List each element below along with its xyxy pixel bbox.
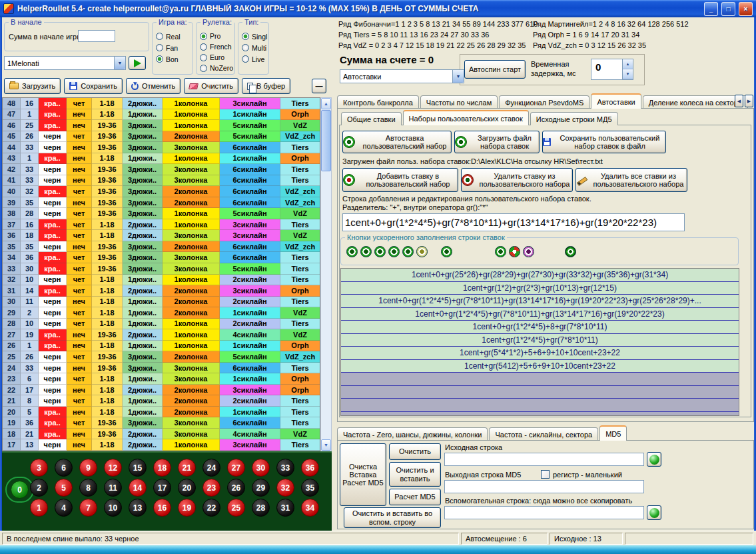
- folder-open-button[interactable]: Загрузить: [4, 78, 61, 94]
- play-button[interactable]: [129, 56, 146, 70]
- main-tab-3[interactable]: Автоставки: [591, 93, 641, 109]
- board-number-10[interactable]: 10: [104, 499, 122, 517]
- md5-clear-button[interactable]: Очистить: [389, 443, 441, 460]
- table-row[interactable]: 3828чернчет19-363дюжи..1колонка5сиклайнV…: [3, 208, 320, 219]
- scroll-up-button[interactable]: [321, 98, 331, 109]
- md5-clear-paste-button[interactable]: Очистить и вставить: [389, 462, 441, 487]
- chip-green-button[interactable]: [441, 246, 452, 257]
- table-row[interactable]: 1936кра..чет19-363дюжи..3колонка6сиклайн…: [3, 417, 320, 429]
- main-tab-1[interactable]: Частоты по числам: [420, 95, 498, 109]
- table-row[interactable]: 3618кра..чет1-182дюжи..3колонка3сиклайнV…: [3, 230, 320, 241]
- eraser-button[interactable]: Очистить: [184, 78, 238, 94]
- md5-big-button[interactable]: Очистка Вставка Расчет MD5: [340, 443, 386, 506]
- spinner-down-button[interactable]: [623, 69, 633, 79]
- chip-green-button[interactable]: [374, 246, 386, 257]
- tabs-scroll-left-button[interactable]: [735, 95, 743, 107]
- set-tab-1[interactable]: Наборы пользовательских ставок: [403, 110, 529, 125]
- board-number-26[interactable]: 26: [227, 479, 245, 497]
- bet-list-item[interactable]: 1cent+gr(1*2)+gr(2*3)+gr(10*13)+gr(12*15…: [341, 282, 739, 295]
- minimize-button[interactable]: _: [704, 2, 718, 16]
- board-number-34[interactable]: 34: [301, 499, 319, 517]
- chip-green-button[interactable]: [495, 246, 506, 257]
- save-set-file-button[interactable]: Сохранить пользовательский набор ставок …: [542, 131, 666, 153]
- freq-tab-1[interactable]: Частота - сиклайны, сектора: [489, 427, 598, 441]
- table-row[interactable]: 292чернчет1-181дюжи..2колонка1сиклайнVdZ: [3, 307, 320, 319]
- freq-tab-2[interactable]: MD5: [599, 425, 627, 441]
- board-number-30[interactable]: 30: [252, 459, 270, 477]
- board-number-33[interactable]: 33: [276, 459, 294, 477]
- board-number-16[interactable]: 16: [153, 499, 171, 517]
- bet-string-input[interactable]: [342, 213, 685, 231]
- board-number-25[interactable]: 25: [227, 499, 245, 517]
- load-set-file-button[interactable]: Загрузить файл набора ставок: [454, 131, 540, 153]
- table-row[interactable]: 1821кра..неч19-362дюжи..3колонка4сиклайн…: [3, 429, 320, 440]
- bet-list-item[interactable]: 1cent+gr(5412)+5+6+9+10+10cent+23+22: [341, 360, 739, 373]
- board-number-35[interactable]: 35: [301, 479, 319, 497]
- radio-live[interactable]: Live: [242, 54, 266, 64]
- board-number-9[interactable]: 9: [79, 459, 97, 477]
- radio-fan[interactable]: Fan: [156, 43, 190, 53]
- floppy-button[interactable]: Сохранить: [64, 78, 123, 94]
- radio-nozero[interactable]: NoZero: [200, 63, 232, 73]
- chip-green-button[interactable]: [346, 246, 358, 257]
- board-number-13[interactable]: 13: [129, 499, 147, 517]
- board-number-28[interactable]: 28: [252, 499, 270, 517]
- table-row[interactable]: 205кра..неч1-181дюжи..2колонка1сиклайнTi…: [3, 407, 320, 418]
- radio-pro[interactable]: Pro: [200, 31, 232, 41]
- spinner-up-button[interactable]: [623, 59, 633, 69]
- table-row[interactable]: 2433черннеч19-363дюжи..3колонка6сиклайнT…: [3, 363, 320, 374]
- board-number-20[interactable]: 20: [178, 479, 196, 497]
- autobet-user-set-button[interactable]: Автоставка пользовательский набор: [342, 131, 452, 153]
- table-row[interactable]: 4526чернчет19-363дюжи..2колонка5сиклайнV…: [3, 131, 320, 143]
- scroll-down-button[interactable]: [321, 439, 331, 451]
- tabs-scroll-right-button[interactable]: [745, 95, 753, 107]
- table-row[interactable]: 236чернчет1-181дюжи..3колонка1сиклайнOrp…: [3, 373, 320, 385]
- table-row[interactable]: 2719кра..неч19-362дюжи..1колонка4сиклайн…: [3, 329, 320, 341]
- clipboard-button[interactable]: В буфер: [242, 78, 290, 94]
- table-row[interactable]: 4133черннеч19-363дюжи..3колонка6сиклайнT…: [3, 175, 320, 187]
- radio-bon[interactable]: Bon: [156, 54, 190, 64]
- delay-value[interactable]: 0: [591, 59, 622, 79]
- md5-clear-paste-helper-button[interactable]: Очистить и вставить во вспом. строку: [344, 507, 441, 528]
- chip-green-button[interactable]: [388, 246, 400, 257]
- table-row[interactable]: 3330кра..чет19-363дюжи..3колонка5сиклайн…: [3, 263, 320, 275]
- close-button[interactable]: ×: [739, 2, 753, 16]
- start-sum-input[interactable]: [78, 30, 115, 42]
- remove-bet-button[interactable]: Удалить ставку из пользовательского набо…: [461, 168, 573, 192]
- table-row[interactable]: 261кра..неч1-181дюжи..1колонка1сиклайнOr…: [3, 341, 320, 352]
- board-number-1[interactable]: 1: [30, 499, 48, 517]
- table-row[interactable]: 3935черннеч19-363дюжи..2колонка6сиклайнV…: [3, 197, 320, 209]
- md5-helper-input[interactable]: [444, 506, 644, 519]
- md5-helper-action-button[interactable]: [647, 505, 661, 520]
- table-row[interactable]: 471кра..неч1-181дюжи..1колонка1сиклайнOr…: [3, 109, 320, 121]
- main-tab-2[interactable]: Функционал PsevdoMS: [499, 95, 589, 109]
- table-row[interactable]: 4032кра..чет19-363дюжи..2колонка6сиклайн…: [3, 186, 320, 197]
- board-number-19[interactable]: 19: [178, 499, 196, 517]
- main-tab-0[interactable]: Контроль банкролла: [337, 95, 419, 109]
- radio-french[interactable]: French: [200, 42, 232, 51]
- table-row[interactable]: 4433черннеч19-363дюжи..3колонка6сиклайнT…: [3, 142, 320, 153]
- table-row[interactable]: 4816кра..чет1-182дюжи..1колонка3сиклайнT…: [3, 98, 320, 109]
- board-number-29[interactable]: 29: [252, 479, 270, 497]
- table-row[interactable]: 4625кра..неч19-363дюжи..1колонка5сиклайн…: [3, 120, 320, 131]
- board-number-36[interactable]: 36: [301, 459, 319, 477]
- titlebar[interactable]: HelperRoullet 5.4- create helperroullet@…: [0, 0, 756, 17]
- board-number-24[interactable]: 24: [202, 459, 220, 477]
- autobets-combo[interactable]: Автоставки: [340, 69, 464, 83]
- remove-all-bets-button[interactable]: Удалить все ставки из пользовательского …: [575, 168, 687, 192]
- table-row[interactable]: 431кра..неч1-181дюжи..1колонка1сиклайнOr…: [3, 153, 320, 165]
- undo-button[interactable]: Отменить: [126, 78, 181, 94]
- board-number-3[interactable]: 3: [30, 459, 48, 477]
- collapse-button[interactable]: —: [312, 79, 326, 93]
- board-number-14[interactable]: 14: [129, 479, 147, 497]
- radio-real[interactable]: Real: [156, 31, 190, 41]
- register-checkbox[interactable]: [541, 470, 550, 479]
- board-number-12[interactable]: 12: [104, 459, 122, 477]
- main-tab-4[interactable]: Деление колеса на сектора: [643, 95, 748, 109]
- board-number-22[interactable]: 22: [202, 499, 220, 517]
- preset-combo[interactable]: 1Melonati: [4, 56, 126, 70]
- board-number-0[interactable]: 0: [11, 481, 29, 499]
- board-number-21[interactable]: 21: [178, 459, 196, 477]
- board-number-5[interactable]: 5: [55, 479, 73, 497]
- chip-green-button[interactable]: [402, 246, 414, 257]
